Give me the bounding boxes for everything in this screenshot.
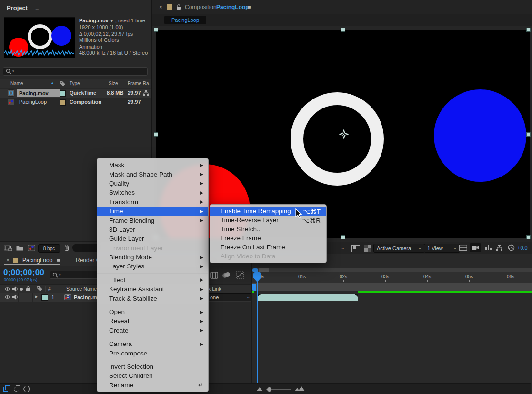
menu-item-pre-compose[interactable]: Pre-compose... <box>97 348 208 357</box>
menu-item-select-children[interactable]: Select Children <box>97 371 208 380</box>
menu-item-mask-and-shape-path[interactable]: Mask and Shape Path▶ <box>97 169 208 178</box>
expand-transfer-controls-icon[interactable] <box>14 385 20 392</box>
menu-item-reveal[interactable]: Reveal▶ <box>97 316 208 325</box>
menu-item-camera[interactable]: Camera▶ <box>97 339 208 348</box>
view-layout-select[interactable]: 1 View ⌄ <box>424 244 460 253</box>
search-options-chevron-icon[interactable]: ▾ <box>59 273 61 277</box>
column-header-frame-rate[interactable]: Frame Ra.. <box>128 81 151 86</box>
magnification-chevron-icon[interactable]: ⌄ <box>341 246 345 250</box>
region-of-interest-icon[interactable] <box>351 245 360 252</box>
expand-layer-switches-icon[interactable] <box>3 385 10 392</box>
column-header-index[interactable]: # <box>48 286 51 292</box>
render-queue-tab[interactable]: Render Q <box>76 257 98 264</box>
unlock-icon[interactable] <box>176 4 181 10</box>
bit-depth-button[interactable]: 8 bpc <box>38 244 60 253</box>
menu-item-create[interactable]: Create▶ <box>97 326 208 335</box>
usage-flowchart-icon[interactable] <box>143 90 149 96</box>
project-panel-menu-icon[interactable]: ≡ <box>35 4 39 11</box>
work-area-start-handle[interactable] <box>252 284 256 291</box>
camera-tool-button[interactable] <box>470 243 481 252</box>
mini-flowchart-icon[interactable] <box>496 245 502 251</box>
label-column-tag-icon[interactable] <box>60 81 66 87</box>
time-ruler[interactable]: 00s 01s 02s 03s 04s 05s 06s <box>252 272 532 284</box>
menu-item-freeze-frame[interactable]: Freeze Frame <box>210 234 326 243</box>
white-ring-layer[interactable] <box>291 92 384 186</box>
transparency-grid-icon[interactable] <box>364 245 371 252</box>
comp-tab-name[interactable]: PacingLoop <box>216 4 249 10</box>
new-folder-icon[interactable] <box>16 245 23 251</box>
graph-editor-icon[interactable] <box>236 271 244 279</box>
menu-item-time-reverse-layer[interactable]: Time-Reverse Layer⌥⌘R <box>210 216 326 225</box>
exposure-value[interactable]: +0.0 <box>517 245 528 251</box>
video-eye-icon[interactable] <box>4 287 10 291</box>
column-header-type[interactable]: Type <box>70 81 80 86</box>
project-footer-pill[interactable] <box>72 244 99 252</box>
column-header-source-name[interactable]: Source Name <box>66 286 97 292</box>
menu-item-transform[interactable]: Transform▶ <box>97 197 208 207</box>
project-search-input[interactable]: ▾ <box>3 67 148 76</box>
timeline-search-input[interactable]: ▾ <box>50 271 99 279</box>
current-time-display[interactable]: 0;00;00;00 <box>3 268 44 277</box>
parent-link-select[interactable]: one ⌄ <box>207 293 253 301</box>
selection-handle[interactable] <box>341 235 345 239</box>
menu-item-time-stretch[interactable]: Time Stretch... <box>210 225 326 234</box>
timeline-tab-name[interactable]: PacingLoop <box>22 257 52 264</box>
label-color-swatch[interactable] <box>60 99 66 106</box>
layer-color-swatch[interactable] <box>41 294 48 301</box>
comp-tab-prefix[interactable]: Composition <box>185 4 217 10</box>
blue-circle-layer[interactable] <box>434 89 526 182</box>
solo-icon[interactable] <box>20 288 23 291</box>
project-item-row-pacing-mov[interactable]: Pacing.mov QuickTime 8.8 MB 29.97 <box>0 89 151 98</box>
menu-item-invert-selection[interactable]: Invert Selection <box>97 362 208 371</box>
menu-item-blending-mode[interactable]: Blending Mode▶ <box>97 253 208 262</box>
footage-filename[interactable]: Pacing.mov <box>79 18 109 23</box>
selection-handle[interactable] <box>154 28 158 32</box>
lock-icon[interactable] <box>26 286 30 292</box>
comp-panel-menu-icon[interactable]: ≡ <box>247 4 251 11</box>
navigator-thumb[interactable] <box>259 268 269 272</box>
breadcrumb-comp-chip[interactable]: PacingLoop <box>164 16 206 24</box>
zoom-in-mountains-icon[interactable] <box>295 386 305 391</box>
menu-item-3d-layer[interactable]: 3D Layer <box>97 225 208 234</box>
layer-expand-triangle-icon[interactable]: ▶ <box>35 295 38 299</box>
column-header-parent-link[interactable]: k Link <box>208 286 221 292</box>
time-navigator[interactable] <box>252 268 532 272</box>
menu-item-mask[interactable]: Mask▶ <box>97 160 208 169</box>
delete-trash-icon[interactable] <box>64 244 70 251</box>
footage-name-dropdown-icon[interactable]: ▼ <box>110 19 114 23</box>
menu-item-guide-layer[interactable]: Guide Layer <box>97 234 208 243</box>
project-item-row-pacingloop[interactable]: PacingLoop Composition 29.97 <box>0 98 151 107</box>
sort-ascending-icon[interactable]: ▲ <box>50 81 54 85</box>
camera-select[interactable]: Active Camera ⌄ <box>373 244 425 253</box>
selection-handle[interactable] <box>526 28 531 32</box>
menu-item-keyframe-assistant[interactable]: Keyframe Assistant▶ <box>97 285 208 294</box>
expand-in-out-panes-icon[interactable] <box>23 386 30 392</box>
item-name[interactable]: PacingLoop <box>19 99 47 105</box>
menu-item-rename[interactable]: Rename↵ <box>97 381 208 390</box>
menu-item-enable-time-remapping[interactable]: Enable Time Remapping⌥⌘T <box>210 207 326 216</box>
selection-handle[interactable] <box>526 235 531 239</box>
timeline-panel-menu-icon[interactable]: ≡ <box>57 257 60 264</box>
footage-preview-thumbnail[interactable] <box>4 17 75 58</box>
zoom-out-mountain-icon[interactable] <box>257 387 262 391</box>
layer-source-name[interactable]: Pacing.mo <box>74 295 97 300</box>
menu-item-effect[interactable]: Effect▶ <box>97 276 208 285</box>
anchor-point-icon[interactable] <box>339 129 349 139</box>
motion-blur-icon[interactable] <box>222 272 231 279</box>
layer-duration-bar[interactable] <box>257 294 358 301</box>
exposure-shutter-icon[interactable] <box>508 244 515 251</box>
menu-item-time[interactable]: Time▶ <box>97 207 208 216</box>
histogram-icon[interactable] <box>485 245 492 251</box>
work-area-bar[interactable] <box>252 283 532 291</box>
item-name-selected[interactable]: Pacing.mov <box>17 89 60 97</box>
menu-item-layer-styles[interactable]: Layer Styles▶ <box>97 262 208 271</box>
selection-handle[interactable] <box>526 132 531 137</box>
close-icon[interactable]: × <box>6 257 10 264</box>
menu-item-track-and-stabilize[interactable]: Track & Stabilize▶ <box>97 294 208 303</box>
audio-speaker-icon[interactable] <box>12 286 18 292</box>
interpret-footage-icon[interactable] <box>4 245 12 251</box>
menu-item-switches[interactable]: Switches▶ <box>97 188 208 197</box>
menu-item-open[interactable]: Open▶ <box>97 307 208 316</box>
column-header-name[interactable]: Name <box>10 81 23 86</box>
grid-guides-icon[interactable] <box>459 245 467 251</box>
